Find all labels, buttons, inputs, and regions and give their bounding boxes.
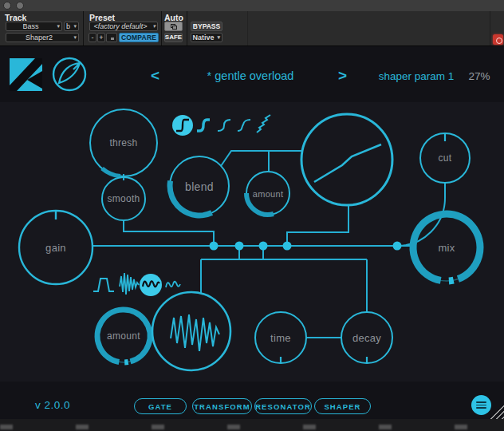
wave-icon-noisy-sine[interactable] — [166, 282, 180, 287]
plugin-window: < * gentle overload > shaper param 1 27% — [0, 46, 504, 419]
tab-shaper[interactable]: SHAPER — [314, 398, 371, 414]
knob-label-smooth: smooth — [107, 193, 140, 204]
patch-canvas — [0, 102, 504, 382]
bypass-button[interactable]: BYPASS — [191, 22, 222, 31]
window-minimize-icon[interactable] — [16, 2, 24, 10]
desktop-background-strip — [0, 419, 504, 431]
auto-safe-button[interactable]: SAFE — [164, 33, 183, 42]
preset-prev-arrow[interactable]: < — [151, 67, 159, 85]
knob-amount-bottom-indicator — [124, 362, 128, 363]
preset-select[interactable]: <factory default> — [89, 22, 158, 31]
knob-label-decay: decay — [352, 332, 381, 344]
preset-name[interactable]: * gentle overload — [187, 69, 314, 82]
wave-icon-squiggle-selected[interactable] — [140, 274, 162, 296]
tab-gate[interactable]: GATE — [134, 398, 187, 414]
window-title-bar — [0, 0, 504, 11]
tab-resonator[interactable]: RESONATOR — [254, 398, 312, 414]
format-select[interactable]: Native — [191, 33, 222, 42]
active-param-name: shaper param 1 — [369, 70, 463, 82]
hamburger-menu-button[interactable] — [471, 395, 491, 415]
knob-label-time: time — [270, 332, 291, 344]
knob-label-gain: gain — [45, 242, 66, 254]
shape-icon-smooth-s-curve[interactable] — [218, 120, 230, 131]
automation-button[interactable] — [164, 22, 183, 31]
preset-next-arrow[interactable]: > — [338, 67, 347, 85]
shape-icon-thick-s-curve[interactable] — [197, 120, 210, 131]
target-window-icon[interactable] — [493, 34, 503, 45]
product-circle-logo-icon — [51, 56, 88, 93]
track-select[interactable]: Bass — [6, 22, 62, 31]
knob-label-mix: mix — [438, 242, 455, 254]
knob-label-cut: cut — [439, 152, 452, 164]
knob-mix-indicator — [449, 280, 454, 281]
shape-icon-jagged-curve[interactable] — [257, 115, 270, 132]
shape-icon-step-curve[interactable] — [172, 115, 193, 136]
plugin-slot-select[interactable]: Shaper2 — [6, 33, 79, 42]
track-letter-select[interactable]: b — [64, 22, 79, 31]
copy-pages-icon — [108, 35, 115, 41]
active-param-value: 27% — [463, 70, 496, 82]
waveform-display-line — [171, 314, 219, 351]
tab-transform[interactable]: TRANSFORM — [192, 398, 252, 414]
window-close-icon[interactable] — [3, 2, 11, 10]
automation-pages-icon — [171, 24, 177, 30]
knob-label-amount-bottom: amount — [107, 330, 140, 342]
k-devices-logo-icon — [10, 58, 42, 91]
shape-icon-kinked-s-curve[interactable] — [238, 120, 250, 131]
transfer-curve-line — [314, 144, 381, 182]
wave-icon-trapezoid[interactable] — [93, 279, 114, 291]
daw-header: Track Bass b Shaper2 Preset <factory def… — [0, 11, 504, 46]
preset-copy-button[interactable] — [106, 33, 117, 42]
knob-thresh-indicator — [102, 168, 120, 176]
knob-label-amount-top: amount — [253, 189, 284, 199]
wave-icon-burst[interactable] — [120, 273, 139, 295]
patch-cables — [93, 150, 445, 338]
version-label: v 2.0.0 — [35, 399, 70, 411]
knob-label-thresh: thresh — [109, 137, 137, 148]
preset-next-button[interactable]: + — [97, 33, 105, 42]
preset-prev-button[interactable]: - — [89, 33, 96, 42]
compare-button[interactable]: COMPARE — [119, 33, 159, 42]
knob-label-blend: blend — [185, 180, 214, 193]
